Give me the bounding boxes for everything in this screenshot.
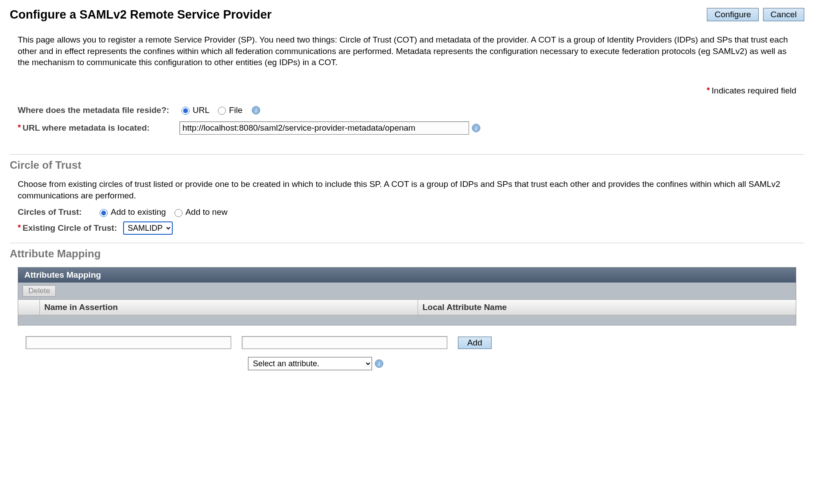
configure-button[interactable]: Configure [707, 8, 758, 21]
asterisk-icon: * [707, 86, 710, 95]
col-name-in-assertion: Name in Assertion [40, 300, 418, 315]
cot-add-existing-radio[interactable]: Add to existing [97, 207, 166, 217]
attributes-empty-body [18, 315, 796, 325]
metadata-url-label: *URL where metadata is located: [18, 123, 179, 133]
info-icon[interactable]: i [252, 106, 260, 115]
attributes-mapping-panel: Attributes Mapping Delete Name in Assert… [18, 267, 796, 326]
existing-cot-label: *Existing Circle of Trust: [18, 223, 117, 233]
cancel-button[interactable]: Cancel [763, 8, 804, 21]
attributes-mapping-title: Attributes Mapping [18, 268, 796, 283]
action-buttons: Configure Cancel [707, 8, 804, 21]
cot-description: Choose from existing circles of trust li… [18, 178, 796, 201]
metadata-url-input[interactable] [179, 121, 469, 135]
info-icon[interactable]: i [375, 359, 384, 368]
intro-text: This page allows you to register a remot… [18, 34, 796, 68]
col-local-attribute-name: Local Attribute Name [418, 300, 796, 315]
delete-button[interactable]: Delete [23, 285, 56, 297]
checkbox-column-spacer [18, 300, 40, 315]
add-button[interactable]: Add [458, 337, 492, 349]
metadata-file-radio[interactable]: File [216, 105, 243, 115]
asterisk-icon: * [18, 123, 21, 132]
page-title: Configure a SAMLv2 Remote Service Provid… [10, 8, 271, 22]
asterisk-icon: * [18, 223, 21, 232]
info-icon[interactable]: i [472, 124, 481, 132]
name-in-assertion-input[interactable] [26, 336, 231, 349]
attributes-column-header: Name in Assertion Local Attribute Name [18, 299, 796, 315]
cot-label: Circles of Trust: [18, 207, 97, 217]
attr-mapping-heading: Attribute Mapping [10, 248, 804, 260]
metadata-where-label: Where does the metadata file reside?: [18, 105, 179, 115]
svg-text:i: i [475, 125, 477, 132]
cot-heading: Circle of Trust [10, 159, 804, 171]
local-attribute-name-input[interactable] [242, 336, 447, 349]
attribute-select[interactable]: Select an attribute. [248, 357, 372, 370]
svg-text:i: i [378, 361, 380, 367]
existing-cot-select[interactable]: SAMLIDP [123, 221, 173, 235]
cot-add-new-radio[interactable]: Add to new [172, 207, 228, 217]
required-indicator: *Indicates required field [18, 86, 796, 96]
metadata-url-radio[interactable]: URL [179, 105, 209, 115]
svg-text:i: i [255, 107, 257, 114]
